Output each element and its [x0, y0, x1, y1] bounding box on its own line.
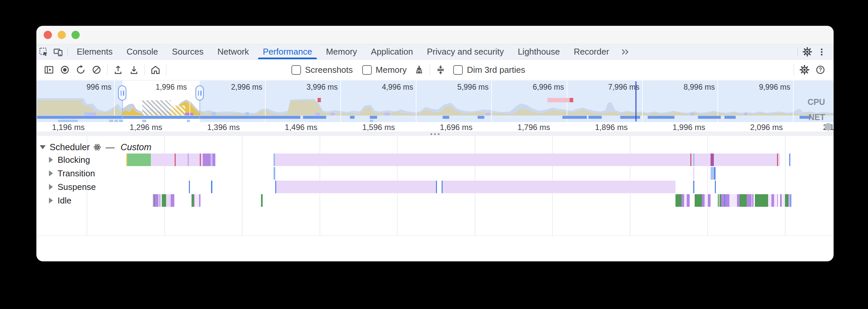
flame-bar-segment[interactable] — [276, 181, 436, 193]
upload-icon[interactable] — [110, 62, 126, 78]
flame-bar-segment[interactable] — [188, 154, 189, 166]
scrollbar-thumb[interactable] — [825, 123, 832, 130]
checkbox-box[interactable] — [291, 65, 301, 75]
flame-bar-segment[interactable] — [782, 194, 785, 207]
tab-network[interactable]: Network — [210, 44, 256, 59]
flame-bar-segment[interactable] — [789, 154, 790, 166]
selection-handle-left[interactable] — [118, 85, 126, 100]
flame-bar-segment[interactable] — [162, 194, 166, 207]
flame-bar-segment[interactable] — [695, 194, 702, 207]
collapse-triangle-icon[interactable] — [40, 145, 45, 149]
flame-bar-segment[interactable] — [785, 194, 788, 207]
flame-bar-segment[interactable] — [194, 194, 199, 207]
device-toolbar-icon[interactable] — [51, 44, 65, 59]
flame-bar-segment[interactable] — [676, 194, 681, 207]
close-button[interactable] — [44, 31, 52, 39]
flame-bar-segment[interactable] — [687, 194, 690, 207]
flame-bar-segment[interactable] — [721, 194, 724, 207]
settings-gear-icon[interactable] — [800, 44, 814, 59]
tab-elements[interactable]: Elements — [70, 44, 119, 59]
checkbox-box[interactable] — [362, 65, 372, 75]
drag-handle-icon[interactable] — [431, 133, 440, 135]
flame-bar-segment[interactable] — [718, 194, 719, 207]
expand-triangle-icon[interactable] — [49, 171, 53, 176]
flame-bar-segment[interactable] — [777, 194, 778, 207]
flame-bar-segment[interactable] — [212, 154, 215, 166]
download-icon[interactable] — [126, 62, 142, 78]
flame-bar-segment[interactable] — [166, 194, 171, 207]
memory-checkbox[interactable]: Memory — [362, 65, 407, 75]
expand-triangle-icon[interactable] — [49, 197, 53, 204]
flame-bar-segment[interactable] — [740, 194, 747, 207]
flame-bar-segment[interactable] — [690, 154, 691, 166]
kebab-menu-icon[interactable] — [814, 44, 829, 59]
flame-bar-segment[interactable] — [777, 154, 778, 166]
flame-bar-segment[interactable] — [200, 154, 201, 166]
inspect-icon[interactable] — [36, 44, 51, 59]
flame-bar-segment[interactable] — [199, 194, 200, 207]
reload-icon[interactable] — [73, 62, 89, 78]
flame-bar-segment[interactable] — [713, 154, 714, 166]
flame-bar-segment[interactable] — [715, 181, 716, 193]
flame-bar-segment[interactable] — [788, 194, 789, 207]
flame-bar-segment[interactable] — [693, 154, 694, 166]
flame-bar-segment[interactable] — [752, 194, 753, 207]
tab-sources[interactable]: Sources — [165, 44, 210, 59]
checkbox-box[interactable] — [453, 65, 463, 75]
dim-3rd-parties-checkbox[interactable]: Dim 3rd parties — [453, 65, 525, 75]
expand-triangle-icon[interactable] — [49, 157, 53, 163]
track-header-scheduler[interactable]: Scheduler — Custom — [40, 142, 152, 152]
flame-bar-segment[interactable] — [203, 154, 211, 166]
flame-bar-segment[interactable] — [747, 194, 751, 207]
expand-triangle-icon[interactable] — [49, 184, 53, 190]
tab-privacy-and-security[interactable]: Privacy and security — [420, 44, 511, 59]
timeline-overview[interactable]: 996 ms1,996 ms2,996 ms3,996 ms4,996 ms5,… — [36, 81, 834, 122]
tab-console[interactable]: Console — [119, 44, 165, 59]
tab-application[interactable]: Application — [364, 44, 420, 59]
record-icon[interactable] — [57, 62, 73, 78]
flame-bar-segment[interactable] — [737, 194, 740, 207]
flame-bar-segment[interactable] — [771, 194, 774, 207]
flame-bar-segment[interactable] — [730, 194, 737, 207]
zoom-button[interactable] — [71, 31, 80, 39]
selection-handle-right[interactable] — [195, 85, 204, 100]
tab-lighthouse[interactable]: Lighthouse — [511, 44, 567, 59]
flame-bar-segment[interactable] — [693, 167, 694, 180]
flame-bar-segment[interactable] — [768, 194, 771, 207]
flame-bar-segment[interactable] — [790, 194, 791, 207]
track-row-transition[interactable]: Transition — [49, 168, 95, 178]
track-row-suspense[interactable]: Suspense — [49, 182, 96, 192]
clear-icon[interactable] — [89, 62, 104, 78]
collapse-icon[interactable] — [433, 62, 448, 78]
home-icon[interactable] — [148, 62, 163, 78]
flame-bar-segment[interactable] — [171, 194, 174, 207]
flame-bar-segment[interactable] — [789, 194, 790, 207]
help-icon[interactable]: ? — [812, 62, 828, 78]
flame-bar-segment[interactable] — [443, 181, 676, 193]
screenshots-checkbox[interactable]: Screenshots — [291, 65, 353, 75]
tab-performance[interactable]: Performance — [256, 44, 319, 59]
flame-bar-segment[interactable] — [159, 194, 160, 207]
flame-bar-segment[interactable] — [175, 154, 176, 166]
tab-recorder[interactable]: Recorder — [567, 44, 616, 59]
flame-bar-segment[interactable] — [191, 194, 194, 207]
flame-bar-segment[interactable] — [705, 194, 708, 207]
flame-bar-segment[interactable] — [275, 154, 780, 166]
flame-bar-segment[interactable] — [684, 194, 687, 207]
gc-brush-icon[interactable] — [411, 62, 427, 78]
tab-memory[interactable]: Memory — [319, 44, 364, 59]
flame-bar-segment[interactable] — [681, 194, 684, 207]
flame-bar-segment[interactable] — [211, 154, 212, 166]
flame-bar-segment[interactable] — [127, 154, 151, 166]
flame-bar-segment[interactable] — [714, 167, 715, 180]
flame-bar-segment[interactable] — [725, 194, 730, 207]
more-tabs-icon[interactable] — [618, 44, 632, 59]
track-row-blocking[interactable]: Blocking — [49, 155, 90, 165]
flame-bar-segment[interactable] — [693, 181, 694, 193]
flame-bar-segment[interactable] — [702, 194, 705, 207]
flame-bar-segment[interactable] — [154, 194, 158, 207]
toggle-panel-icon[interactable] — [41, 62, 57, 78]
flame-bar-segment[interactable] — [261, 194, 262, 207]
capture-settings-gear-icon[interactable] — [797, 62, 812, 78]
panel-resize-strip[interactable] — [36, 132, 834, 136]
